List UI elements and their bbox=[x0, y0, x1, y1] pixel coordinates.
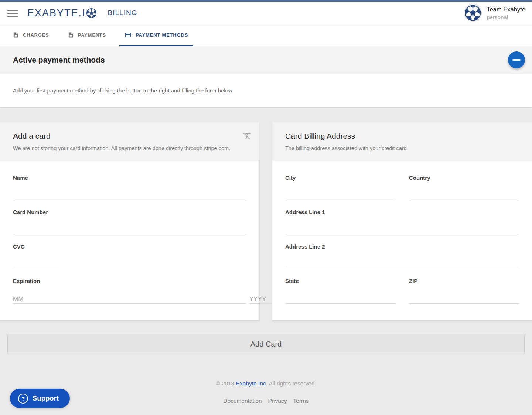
documentation-link[interactable]: Documentation bbox=[223, 398, 262, 404]
add-card-button[interactable]: Add Card bbox=[7, 334, 525, 354]
tab-payment-methods[interactable]: PAYMENT METHODS bbox=[119, 24, 193, 46]
cvc-input[interactable] bbox=[13, 260, 59, 269]
add-card-subtitle: We are not storing your card information… bbox=[13, 145, 237, 151]
menu-icon[interactable] bbox=[7, 10, 18, 17]
user-box: Team Exabyte personal bbox=[464, 4, 525, 21]
billing-address-title: Card Billing Address bbox=[285, 132, 510, 141]
company-link[interactable]: Exabyte Inc bbox=[236, 380, 266, 387]
document-icon bbox=[68, 32, 74, 38]
brand-ball-icon bbox=[86, 8, 97, 18]
user-name: Team Exabyte bbox=[487, 6, 525, 13]
address2-label: Address Line 2 bbox=[285, 243, 519, 250]
copyright-prefix: © 2018 bbox=[216, 380, 236, 387]
name-label: Name bbox=[13, 175, 246, 181]
city-label: City bbox=[285, 175, 395, 181]
state-label: State bbox=[285, 278, 395, 284]
forms-row: Add a card We are not storing your card … bbox=[0, 122, 532, 320]
card-number-field-group: Card Number bbox=[13, 209, 246, 235]
user-subtitle: personal bbox=[487, 14, 525, 20]
state-zip-row: State ZIP bbox=[285, 278, 519, 304]
expiration-month-input[interactable] bbox=[13, 295, 246, 304]
add-card-form: Name Card Number CVC Expiration bbox=[0, 161, 259, 320]
add-card-title: Add a card bbox=[13, 132, 237, 141]
section-title: Active payment methods bbox=[13, 55, 105, 64]
country-label: Country bbox=[409, 175, 519, 181]
expiration-field-group: Expiration bbox=[13, 278, 246, 304]
zip-input[interactable] bbox=[409, 295, 519, 304]
tab-payments[interactable]: PAYMENTS bbox=[62, 24, 111, 46]
question-mark-icon: ? bbox=[18, 394, 28, 404]
minus-icon bbox=[512, 59, 521, 61]
support-button[interactable]: ? Support bbox=[10, 389, 70, 408]
address1-input[interactable] bbox=[285, 226, 519, 235]
copyright: © 2018 Exabyte Inc. All rights reserved. bbox=[0, 380, 532, 387]
page-title: BILLING bbox=[108, 9, 137, 17]
support-label: Support bbox=[33, 394, 59, 402]
city-field-group: City bbox=[285, 175, 395, 200]
credit-card-icon bbox=[125, 31, 132, 38]
card-number-input[interactable] bbox=[13, 226, 246, 235]
cvc-field-group: CVC bbox=[13, 243, 246, 269]
city-input[interactable] bbox=[285, 192, 395, 200]
tab-bar: CHARGES PAYMENTS PAYMENT METHODS bbox=[0, 24, 532, 46]
state-input[interactable] bbox=[285, 295, 395, 304]
clear-form-icon[interactable] bbox=[243, 131, 252, 141]
app-header: EXABYTE.I BILLING Team Exabyte personal bbox=[0, 2, 532, 24]
name-input[interactable] bbox=[13, 192, 246, 200]
page-footer: © 2018 Exabyte Inc. All rights reserved.… bbox=[0, 380, 532, 404]
add-card-panel-header: Add a card We are not storing your card … bbox=[0, 122, 259, 161]
billing-address-panel: Card Billing Address The billing address… bbox=[272, 122, 532, 320]
city-country-row: City Country bbox=[285, 175, 519, 200]
expiration-label: Expiration bbox=[13, 278, 246, 284]
cvc-label: CVC bbox=[13, 243, 246, 250]
tab-payment-methods-label: PAYMENT METHODS bbox=[136, 32, 188, 38]
terms-link[interactable]: Terms bbox=[293, 398, 308, 404]
document-icon bbox=[13, 32, 19, 38]
expiration-inputs bbox=[13, 284, 246, 304]
address2-input[interactable] bbox=[285, 260, 519, 269]
collapse-section-button[interactable] bbox=[508, 51, 525, 68]
address1-label: Address Line 1 bbox=[285, 209, 519, 215]
zip-label: ZIP bbox=[409, 278, 519, 284]
address2-field-group: Address Line 2 bbox=[285, 243, 519, 269]
name-field-group: Name bbox=[13, 175, 246, 200]
billing-address-form: City Country Address Line 1 Address Line… bbox=[272, 161, 532, 320]
tab-charges-label: CHARGES bbox=[23, 32, 49, 38]
intro-text: Add your first payment method by clickin… bbox=[13, 87, 232, 94]
footer-links: Documentation Privacy Terms bbox=[0, 398, 532, 404]
tab-charges[interactable]: CHARGES bbox=[7, 24, 54, 46]
active-payment-methods-header: Active payment methods bbox=[0, 46, 532, 74]
country-field-group: Country bbox=[409, 175, 519, 200]
card-number-label: Card Number bbox=[13, 209, 246, 215]
zip-field-group: ZIP bbox=[409, 278, 519, 304]
tab-payments-label: PAYMENTS bbox=[78, 32, 106, 38]
copyright-suffix: . All rights reserved. bbox=[266, 380, 316, 387]
privacy-link[interactable]: Privacy bbox=[268, 398, 287, 404]
state-field-group: State bbox=[285, 278, 395, 304]
add-card-panel: Add a card We are not storing your card … bbox=[0, 122, 259, 320]
country-input[interactable] bbox=[409, 192, 519, 200]
intro-row: Add your first payment method by clickin… bbox=[0, 74, 532, 107]
address1-field-group: Address Line 1 bbox=[285, 209, 519, 235]
user-avatar[interactable] bbox=[464, 4, 481, 21]
billing-address-panel-header: Card Billing Address The billing address… bbox=[272, 122, 532, 161]
brand-logo-text: EXABYTE.I bbox=[27, 7, 86, 19]
brand-logo[interactable]: EXABYTE.I bbox=[27, 7, 97, 19]
billing-address-subtitle: The billing address associated with your… bbox=[285, 145, 510, 151]
